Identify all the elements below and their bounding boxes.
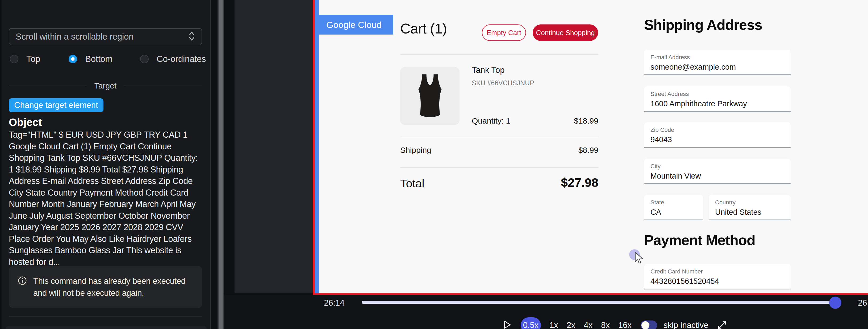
action-select[interactable]: Scroll within a scrollable region xyxy=(9,28,202,45)
sidebar-scrollbar[interactable] xyxy=(218,0,224,329)
product-name: Tank Top xyxy=(472,65,505,75)
credit-card-label: Credit Card Number xyxy=(650,268,790,275)
radio-top-circle[interactable] xyxy=(10,55,18,63)
city-label: City xyxy=(650,163,790,170)
speed-2x[interactable]: 2x xyxy=(567,321,576,329)
product-sku: SKU #66VCHSJNUP xyxy=(472,79,534,87)
player-bar: 26:14 26:1 0.5x 1x 2x 4x 8x 16x skip ina… xyxy=(224,295,868,329)
mouse-cursor-icon xyxy=(634,252,645,265)
skip-inactive-toggle[interactable] xyxy=(641,321,657,329)
target-section-divider: Target xyxy=(9,81,202,90)
country-field[interactable]: Country United States xyxy=(709,195,790,220)
product-quantity: Quantity: 1 xyxy=(472,117,510,125)
tank-top-image xyxy=(410,72,450,120)
element-highlight-bottom-border xyxy=(313,293,868,295)
speed-16x[interactable]: 16x xyxy=(618,321,631,329)
element-highlight-left-border xyxy=(313,0,315,295)
credit-card-value[interactable]: 4432801561520454 xyxy=(650,277,790,286)
radio-bottom[interactable]: Bottom xyxy=(69,54,113,64)
country-label: Country xyxy=(715,199,790,206)
radio-bottom-label: Bottom xyxy=(85,54,113,64)
seek-bar[interactable] xyxy=(362,301,836,304)
browser-viewport: Cart (1) Empty Cart Continue Shopping Ta… xyxy=(319,0,868,293)
speed-0.5x-active[interactable]: 0.5x xyxy=(521,317,541,329)
divider-line xyxy=(124,86,202,86)
city-value[interactable]: Mountain View xyxy=(650,172,790,180)
shipping-address-heading: Shipping Address xyxy=(644,17,762,33)
toggle-knob xyxy=(642,321,649,329)
shipping-value: $8.99 xyxy=(545,145,598,155)
chevron-updown-icon xyxy=(188,31,195,43)
email-field[interactable]: E-mail Address someone@example.com xyxy=(644,50,790,75)
product-price: $18.99 xyxy=(545,117,598,125)
radio-bottom-circle[interactable] xyxy=(69,55,77,63)
street-label: Street Address xyxy=(650,91,790,98)
zip-field[interactable]: Zip Code 94043 xyxy=(644,122,790,148)
zip-value[interactable]: 94043 xyxy=(650,135,790,144)
cart-title: Cart (1) xyxy=(400,20,447,37)
city-field[interactable]: City Mountain View xyxy=(644,159,790,184)
radio-coordinates[interactable]: Co-ordinates xyxy=(140,54,206,64)
action-select-value: Scroll within a scrollable region xyxy=(16,32,188,42)
sidebar-divider xyxy=(9,316,202,317)
expand-icon[interactable] xyxy=(717,320,727,329)
total-time: 26:1 xyxy=(858,298,868,308)
info-message: This command has already been executed a… xyxy=(33,275,193,299)
total-label: Total xyxy=(400,177,425,190)
current-time: 26:14 xyxy=(324,298,345,308)
state-label: State xyxy=(650,199,703,206)
email-label: E-mail Address xyxy=(650,54,790,61)
street-field[interactable]: Street Address 1600 Amphitheatre Parkway xyxy=(644,86,790,112)
country-value[interactable]: United States xyxy=(715,208,790,217)
target-section-label: Target xyxy=(94,81,117,90)
cart-divider xyxy=(400,167,598,168)
speed-1x[interactable]: 1x xyxy=(550,321,558,329)
zip-label: Zip Code xyxy=(650,127,790,133)
street-value[interactable]: 1600 Amphitheatre Parkway xyxy=(650,99,790,108)
radio-top[interactable]: Top xyxy=(10,54,40,64)
radio-coordinates-label: Co-ordinates xyxy=(157,54,206,64)
cart-divider xyxy=(400,137,598,137)
state-value[interactable]: CA xyxy=(650,208,703,217)
control-panel: Scroll within a scrollable region Top Bo… xyxy=(2,0,211,329)
state-field[interactable]: State CA xyxy=(644,195,703,220)
speed-4x[interactable]: 4x xyxy=(584,321,593,329)
email-value[interactable]: someone@example.com xyxy=(650,63,790,71)
total-value: $27.98 xyxy=(519,175,598,190)
radio-top-label: Top xyxy=(26,54,40,64)
object-description: Tag="HTML" $ EUR USD JPY GBP TRY CAD 1 G… xyxy=(9,129,204,268)
speed-8x[interactable]: 8x xyxy=(601,321,610,329)
empty-cart-button[interactable]: Empty Cart xyxy=(482,25,526,41)
info-banner: This command has already been executed a… xyxy=(9,266,202,308)
sidebar-next-section xyxy=(5,326,207,329)
brand-logo[interactable]: Google Cloud xyxy=(315,15,393,35)
cart-divider xyxy=(400,54,598,55)
play-icon[interactable] xyxy=(502,320,512,329)
credit-card-field[interactable]: Credit Card Number 4432801561520454 xyxy=(644,264,790,289)
payment-method-heading: Payment Method xyxy=(644,232,755,248)
object-heading: Object xyxy=(9,117,42,128)
page-blue-bar xyxy=(315,0,319,293)
divider-line xyxy=(9,86,86,86)
shipping-label: Shipping xyxy=(400,145,431,155)
change-target-button[interactable]: Change target element xyxy=(9,98,103,112)
seek-handle[interactable] xyxy=(829,297,841,309)
skip-inactive-label: skip inactive xyxy=(663,321,708,329)
continue-shopping-button[interactable]: Continue Shopping xyxy=(533,25,598,41)
playback-controls: 0.5x 1x 2x 4x 8x 16x skip inactive xyxy=(502,317,727,329)
info-icon xyxy=(18,276,27,286)
player-letterbox xyxy=(235,0,313,293)
product-image xyxy=(400,67,460,125)
radio-coordinates-circle[interactable] xyxy=(140,55,149,63)
